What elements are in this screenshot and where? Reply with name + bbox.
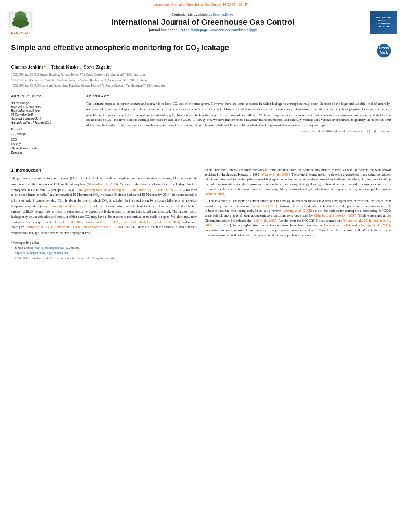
journal-ref-line: International Journal of Greenhouse Gas …	[0, 0, 402, 7]
header-bar: ELSEVIER ELSEVIER Contents lists availab…	[0, 7, 402, 37]
info-abstract-row: ARTICLE INFO Article history: Received 1…	[11, 91, 391, 155]
abstract-text: The ultimate purpose of carbon capture a…	[86, 101, 391, 128]
header-center: Contents lists available at ScienceDirec…	[41, 13, 365, 32]
author-2-name: Tehani Kuske	[51, 64, 79, 70]
author-2-sup: b	[79, 64, 80, 67]
abstract-area: ABSTRACT The ultimate purpose of carbon …	[86, 95, 391, 155]
ref-shankar[interactable]: Shankar Rao (2007)	[249, 204, 277, 208]
body-col-right: levels. The most intense emission can al…	[205, 167, 391, 261]
ref-luhar[interactable]: Luhar et al. (2009)	[324, 223, 351, 227]
body-divider	[11, 163, 391, 163]
ref-loh[interactable]: Loh et al., 2009	[254, 219, 275, 222]
article-history: Article history: Received 13 March 2015 …	[11, 101, 80, 124]
footnote-email: E-mail address: charles.jenkins@csiro.au…	[11, 246, 197, 250]
copyright-line: Crown Copyright © 2016 Published by Else…	[86, 130, 391, 133]
author-3-name: Steve Zegelin	[84, 64, 111, 70]
ref-watney[interactable]: Watney et al., 2003	[262, 172, 288, 176]
contents-line: Contents lists available at ScienceDirec…	[41, 13, 365, 17]
ref-kruger[interactable]: Krüger et al., 2011; Annunziatellis et a…	[27, 225, 122, 229]
article-title: Simple and effective atmospheric monitor…	[11, 43, 373, 54]
ref-jenkins-2013[interactable]: Jenkins, 2013	[206, 192, 224, 196]
received-revised-label: Received in revised form	[11, 109, 80, 113]
section1-title: 1. Introduction	[11, 167, 197, 174]
svg-text:Mark: Mark	[380, 50, 388, 54]
crossmark-logo[interactable]: Cross Mark	[377, 44, 391, 58]
history-label: Article history:	[11, 101, 80, 105]
affiliation-b: b CO2CRC and Geoscience Australia, Cnr J…	[11, 77, 391, 82]
author-3-sup: c	[111, 64, 112, 67]
article-info: ARTICLE INFO Article history: Received 1…	[11, 95, 80, 155]
keywords-list: CO2 storage CCS Leakage Atmospheric meth…	[11, 132, 80, 155]
keywords-section: Keywords: CO2 storage CCS Leakage Atmosp…	[11, 128, 80, 155]
ref-haugan[interactable]: Haugan and Joos, 2004; Enting et al., 20…	[79, 188, 182, 192]
svg-text:ELSEVIER: ELSEVIER	[17, 26, 24, 28]
elsevier-label: ELSEVIER	[11, 31, 30, 35]
author-1-sup: a,*	[43, 64, 47, 67]
affiliations: a CO2CRC and CSIRO Energy Flagship, Fore…	[11, 72, 391, 88]
intro-para-3: The inversion of atmospheric concentrati…	[205, 198, 391, 237]
available-date: Available online 14 January 2016	[11, 121, 80, 124]
ref-leuning[interactable]: Leuning et al. (2008)	[283, 209, 312, 213]
homepage-url[interactable]: journal homepage: www.elsevier.com/locat…	[179, 28, 257, 32]
footnote-area: * Corresponding author. E-mail address: …	[11, 239, 197, 261]
authors: Charles Jenkinsa,*, Tehani Kuskeb, Steve…	[11, 64, 391, 70]
ref-oldenburg[interactable]: Oldenburg and Lewicki (2005)	[314, 213, 357, 217]
svg-text:Cross: Cross	[379, 46, 389, 50]
copyright-footer: 1750-5836/Crown Copyright © 2016 Publish…	[11, 256, 197, 261]
keywords-label: Keywords:	[11, 128, 80, 131]
doi-line[interactable]: http://dx.doi.org/10.1016/j.ijggc.2016.0…	[11, 251, 197, 256]
journal-title: International Journal of Greenhouse Gas …	[41, 18, 365, 27]
abstract-title: ABSTRACT	[86, 95, 391, 99]
accepted-date: Accepted 4 January 2016	[11, 117, 80, 120]
article-info-title: ARTICLE INFO	[11, 95, 80, 99]
ref-bond[interactable]: Bond-Lamberty and Thomson, 2010	[41, 204, 91, 208]
page: International Journal of Greenhouse Gas …	[0, 0, 402, 532]
elsevier-logo: ELSEVIER ELSEVIER	[5, 10, 36, 35]
body-two-col: 1. Introduction The purpose of carbon ca…	[0, 167, 402, 261]
sciencedirect-link[interactable]: ScienceDirect	[213, 13, 235, 17]
article-title-area: Simple and effective atmospheric monitor…	[11, 43, 391, 61]
elsevier-logo-image: ELSEVIER	[7, 10, 34, 30]
author-1-name: Charles Jenkins	[11, 64, 43, 70]
article-content: Simple and effective atmospheric monitor…	[0, 37, 402, 163]
journal-logo-box: InternationalJournal ofGreenhouseGas Con…	[370, 11, 397, 34]
intro-para-1: The purpose of carbon capture and storag…	[11, 176, 197, 235]
affiliation-c: c CO2CRC and CSIRO Oceans and Atmosphere…	[11, 83, 391, 88]
ref-etheridge[interactable]: Etheridge et al. (2011)	[358, 223, 390, 227]
intro-para-2: levels. The most intense emission can al…	[205, 167, 391, 196]
received-revised-date: 24 December 2015	[11, 113, 80, 117]
footnote-corresponding: * Corresponding author.	[11, 241, 197, 245]
ref-stolaroff[interactable]: Stolaroff et al., 2008	[88, 182, 117, 186]
email-link[interactable]: charles.jenkins@csiro.au	[35, 246, 64, 250]
affiliation-a: a CO2CRC and CSIRO Energy Flagship, Fore…	[11, 72, 391, 77]
body-col-left: 1. Introduction The purpose of carbon ca…	[11, 167, 197, 261]
received-date: Received 13 March 2015	[11, 105, 80, 109]
ref-lewicki[interactable]: Lewicki et al., 2007; Lewicki and Hilley…	[55, 220, 179, 224]
homepage-line: journal homepage: journal homepage: www.…	[41, 28, 365, 32]
